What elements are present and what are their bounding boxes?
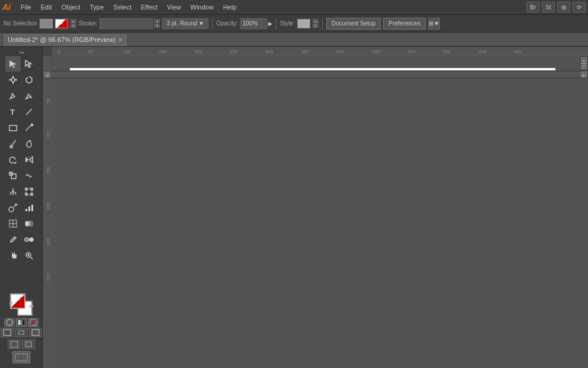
- svg-rect-53: [12, 343, 17, 346]
- preferences-button[interactable]: Preferences: [383, 18, 426, 30]
- width-tool[interactable]: [5, 184, 21, 199]
- menu-select[interactable]: Select: [109, 2, 136, 12]
- normal-screen-btn[interactable]: [8, 340, 21, 349]
- tool-row-5: [5, 120, 37, 135]
- svg-text:T: T: [10, 108, 15, 117]
- draw-inside-btn[interactable]: [29, 328, 42, 337]
- add-anchor-tool[interactable]: +: [21, 88, 37, 104]
- svg-text:0: 0: [58, 49, 61, 54]
- mesh-tool[interactable]: [5, 216, 21, 231]
- stroke-spinner[interactable]: ▲▼: [70, 19, 76, 28]
- svg-marker-16: [30, 157, 33, 163]
- svg-point-27: [9, 207, 14, 212]
- tool-row-12: [5, 232, 37, 247]
- free-transform-tool[interactable]: [21, 184, 37, 199]
- bridge-icon-btn[interactable]: Br: [526, 2, 539, 12]
- opacity-dropdown-icon[interactable]: ▶: [268, 21, 272, 27]
- none-mode-btn[interactable]: [28, 318, 38, 327]
- svg-text:350: 350: [301, 49, 309, 54]
- artboard-tool-btn[interactable]: [12, 351, 30, 363]
- line-tool[interactable]: [21, 104, 37, 120]
- gradient-tool[interactable]: [21, 216, 37, 231]
- stroke-style-label: 3 pt. Round: [166, 20, 197, 27]
- scrollbar-right[interactable]: ▲ ▼: [580, 56, 588, 70]
- menu-bar: Ai File Edit Object Type Select Effect V…: [0, 0, 588, 15]
- stroke-style-btn[interactable]: 3 pt. Round ▼: [162, 18, 208, 29]
- stock-icon-btn[interactable]: St: [542, 2, 555, 12]
- hand-tool[interactable]: [5, 248, 21, 263]
- menu-help[interactable]: Help: [219, 2, 241, 12]
- column-graph-tool[interactable]: [21, 200, 37, 215]
- svg-rect-48: [19, 331, 24, 334]
- tab-close-button[interactable]: ✕: [118, 37, 123, 43]
- blob-brush-tool[interactable]: [21, 136, 37, 151]
- svg-marker-15: [25, 157, 28, 163]
- main-area: ◂◂ + T: [0, 47, 588, 368]
- document-tab[interactable]: Untitled-2* @ 66.67% (RGB/Preview) ✕: [2, 33, 128, 46]
- pencil-tool[interactable]: [21, 120, 37, 135]
- fill-swatch[interactable]: [40, 19, 53, 28]
- tool-row-6: [5, 136, 37, 151]
- scroll-thumb-h[interactable]: [50, 72, 581, 78]
- menu-effect[interactable]: Effect: [137, 2, 162, 12]
- svg-text:200: 200: [194, 49, 203, 54]
- warp-tool[interactable]: [21, 168, 37, 183]
- color-mode-btn[interactable]: [4, 318, 15, 327]
- direct-select-tool[interactable]: [21, 56, 37, 72]
- sync-icon-btn[interactable]: ⟳: [573, 2, 586, 12]
- svg-text:450: 450: [372, 49, 380, 54]
- left-toolbar: ◂◂ + T: [0, 47, 43, 368]
- menu-window[interactable]: Window: [187, 2, 218, 12]
- opacity-input[interactable]: [240, 18, 267, 29]
- tool-row-3: +: [5, 88, 37, 104]
- scroll-up-indicator: ◂◂: [0, 49, 42, 56]
- svg-line-46: [30, 319, 36, 325]
- rotate-tool[interactable]: [5, 152, 21, 167]
- scroll-right-btn[interactable]: ▶: [581, 72, 587, 78]
- workspace-icon-btn[interactable]: ⊞: [557, 2, 570, 12]
- default-colors-icon[interactable]: ↺: [9, 301, 14, 306]
- paintbrush-tool[interactable]: [5, 136, 21, 151]
- menu-edit[interactable]: Edit: [37, 2, 56, 12]
- style-spinner[interactable]: ▲▼: [313, 19, 319, 28]
- canvas-viewport[interactable]: [52, 56, 580, 70]
- magic-wand-tool[interactable]: [5, 72, 21, 88]
- selection-tool[interactable]: [5, 56, 21, 72]
- scale-tool[interactable]: [5, 168, 21, 183]
- document-setup-button[interactable]: Document Setup: [326, 18, 381, 30]
- lasso-tool[interactable]: [21, 72, 37, 88]
- menu-view[interactable]: View: [163, 2, 185, 12]
- eyedropper-tool[interactable]: [5, 232, 21, 247]
- symbol-spray-tool[interactable]: [5, 200, 21, 215]
- menu-type[interactable]: Type: [86, 2, 108, 12]
- scroll-down-btn[interactable]: ▼: [581, 63, 587, 69]
- artboard: [70, 68, 555, 70]
- menu-file[interactable]: File: [17, 2, 36, 12]
- rectangle-tool[interactable]: [5, 120, 21, 135]
- ruler-vertical: 0 50 100 200 300 400 500: [43, 56, 52, 70]
- arrange-icon-btn[interactable]: ⊞▼: [428, 18, 440, 30]
- svg-text:150: 150: [159, 49, 167, 54]
- draw-normal-btn[interactable]: [1, 328, 14, 337]
- stroke-color-swatch[interactable]: [55, 19, 68, 28]
- fullscreen-btn[interactable]: [22, 340, 35, 349]
- blend-tool[interactable]: [21, 232, 37, 247]
- stroke-input[interactable]: [99, 18, 153, 29]
- stroke-input-spinner[interactable]: ▲▼: [154, 19, 160, 28]
- tool-row-7: [5, 152, 37, 167]
- scroll-up-btn[interactable]: ▲: [581, 57, 587, 63]
- pen-tool[interactable]: [5, 88, 21, 104]
- canvas-area[interactable]: 0 50 100 150 200 250 300 350 400 450 500…: [43, 47, 588, 368]
- style-swatch[interactable]: [297, 19, 310, 28]
- reflect-tool[interactable]: [21, 152, 37, 167]
- draw-behind-btn[interactable]: [15, 328, 28, 337]
- svg-point-13: [10, 146, 12, 148]
- gradient-mode-btn[interactable]: [16, 318, 27, 327]
- svg-text:+: +: [30, 95, 33, 101]
- menu-object[interactable]: Object: [57, 2, 85, 12]
- swap-colors-icon[interactable]: ⇄: [29, 303, 34, 309]
- type-tool[interactable]: T: [5, 104, 21, 120]
- scrollbar-bottom[interactable]: ◀ ▶: [43, 70, 588, 79]
- selection-label: No Selection: [4, 20, 37, 27]
- zoom-tool[interactable]: [21, 248, 37, 263]
